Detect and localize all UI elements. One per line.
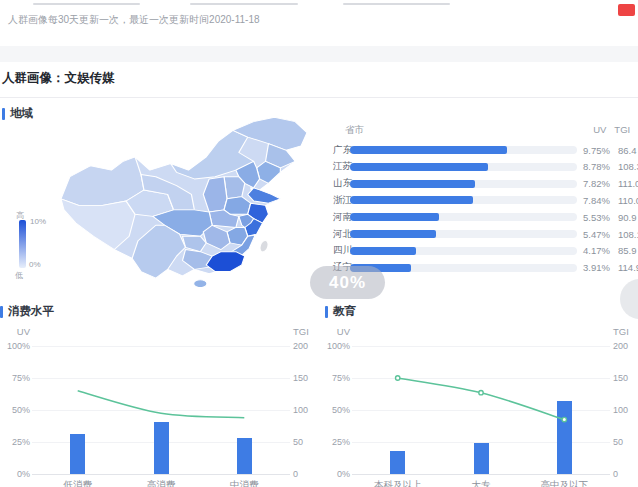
uv-tick-label: 100%: [7, 341, 30, 351]
tgi-value: 108.1: [618, 229, 638, 240]
uv-tick-label: 0%: [17, 469, 30, 479]
update-note: 人群画像每30天更新一次，最近一次更新时间2020-11-18: [8, 13, 260, 27]
uv-bar-track: [350, 146, 577, 154]
uv-bar[interactable]: [474, 443, 489, 474]
tgi-tick-label: 200: [293, 341, 308, 351]
uv-bar-fill: [350, 196, 473, 204]
province-row[interactable]: 江苏8.78%108.3: [333, 160, 638, 174]
uv-value: 7.82%: [577, 178, 610, 189]
uv-value: 7.84%: [577, 195, 610, 206]
form-field-underline[interactable]: [33, 3, 140, 5]
col-header-province: 省市: [333, 124, 574, 137]
tgi-tick-label: 100: [613, 405, 628, 415]
province-name: 河北: [333, 228, 350, 241]
tgi-tick-label: 150: [293, 373, 308, 383]
consumption-chart: 消费水平 UVTGI100%20075%15050%10025%500%0低消费…: [0, 296, 318, 487]
tgi-value: 111.0: [618, 178, 638, 189]
tgi-value: 86.4: [618, 145, 638, 156]
uv-bar-track: [350, 264, 577, 272]
header-divider: [0, 97, 638, 98]
legend-min-value: 0%: [29, 260, 41, 269]
tgi-tick-label: 100: [293, 405, 308, 415]
uv-value: 5.53%: [577, 212, 610, 223]
map-density-legend: 高 10% 0% 低: [13, 210, 55, 284]
uv-bar[interactable]: [70, 434, 85, 474]
category-label: 高消费: [116, 479, 206, 487]
uv-tick-label: 100%: [327, 341, 350, 351]
section-title: 地域: [10, 106, 33, 121]
province-table: 省市 UV TGI 广东9.75%86.4江苏8.78%108.3山东7.82%…: [333, 124, 638, 284]
tgi-value: 108.3: [618, 161, 638, 172]
tgi-axis-title: TGI: [293, 326, 309, 337]
uv-tick-label: 75%: [332, 373, 350, 383]
form-field-underline[interactable]: [343, 3, 450, 5]
notification-badge[interactable]: [618, 4, 635, 16]
legend-low-label: 低: [15, 270, 23, 281]
uv-bar-track: [350, 163, 577, 171]
uv-tick-label: 0%: [337, 469, 350, 479]
uv-bar-fill: [350, 146, 507, 154]
category-label: 中消费: [199, 479, 289, 487]
uv-value: 8.78%: [577, 161, 610, 172]
uv-tick-label: 50%: [332, 405, 350, 415]
tgi-value: 110.0: [618, 195, 638, 206]
col-header-uv: UV: [574, 124, 607, 137]
uv-bar-track: [350, 196, 577, 204]
tgi-tick-label: 200: [613, 341, 628, 351]
uv-tick-label: 50%: [12, 405, 30, 415]
uv-tick-label: 25%: [332, 437, 350, 447]
category-label: 本科及以上: [353, 479, 443, 487]
gridline: [32, 346, 290, 347]
china-choropleth-map[interactable]: [58, 115, 310, 287]
tgi-axis-title: TGI: [613, 326, 629, 337]
map-province-hainan[interactable]: [194, 280, 207, 287]
tgi-tick-label: 50: [293, 437, 303, 447]
province-row[interactable]: 河南5.53%90.9: [333, 210, 638, 224]
uv-bar-fill: [350, 213, 439, 221]
tgi-tick-label: 0: [293, 469, 298, 479]
section-marker: [0, 306, 3, 318]
legend-max-value: 10%: [30, 217, 46, 226]
province-name: 河南: [333, 211, 350, 224]
category-label: 高中及以下: [519, 479, 609, 487]
uv-bar-fill: [350, 230, 436, 238]
uv-tick-label: 25%: [12, 437, 30, 447]
uv-axis-title: UV: [17, 326, 30, 337]
uv-bar[interactable]: [154, 422, 169, 475]
uv-bar[interactable]: [557, 401, 572, 474]
uv-value: 4.17%: [577, 245, 610, 256]
province-row[interactable]: 浙江7.84%110.0: [333, 193, 638, 207]
uv-bar[interactable]: [237, 438, 252, 474]
uv-axis-title: UV: [337, 326, 350, 337]
form-field-underline[interactable]: [190, 3, 298, 5]
province-row[interactable]: 四川4.17%85.9: [333, 244, 638, 258]
uv-bar[interactable]: [390, 451, 405, 474]
gridline: [32, 410, 290, 411]
gridline: [352, 378, 610, 379]
page-background-band: [0, 46, 638, 62]
province-name: 四川: [333, 244, 350, 257]
province-name: 浙江: [333, 194, 350, 207]
tgi-value: 114.9: [618, 262, 638, 273]
gridline: [32, 378, 290, 379]
uv-bar-track: [350, 180, 577, 188]
gridline: [352, 346, 610, 347]
category-label: 低消费: [33, 479, 123, 487]
uv-value: 9.75%: [577, 145, 610, 156]
uv-bar-fill: [350, 163, 488, 171]
uv-bar-track: [350, 213, 577, 221]
province-row[interactable]: 广东9.75%86.4: [333, 143, 638, 157]
province-row[interactable]: 山东7.82%111.0: [333, 177, 638, 191]
tgi-tick-label: 50: [613, 437, 623, 447]
province-table-header: 省市 UV TGI: [333, 124, 638, 137]
section-title: 消费水平: [8, 304, 54, 319]
tgi-tick-label: 150: [613, 373, 628, 383]
col-header-tgi: TGI: [614, 124, 638, 137]
gridline: [352, 474, 610, 475]
section-title: 教育: [333, 304, 356, 319]
section-education: 教育: [325, 304, 356, 319]
province-row[interactable]: 河北5.47%108.1: [333, 227, 638, 241]
map-region-taiwan[interactable]: [259, 240, 270, 252]
section-marker: [325, 306, 328, 318]
uv-bar-fill: [350, 247, 416, 255]
